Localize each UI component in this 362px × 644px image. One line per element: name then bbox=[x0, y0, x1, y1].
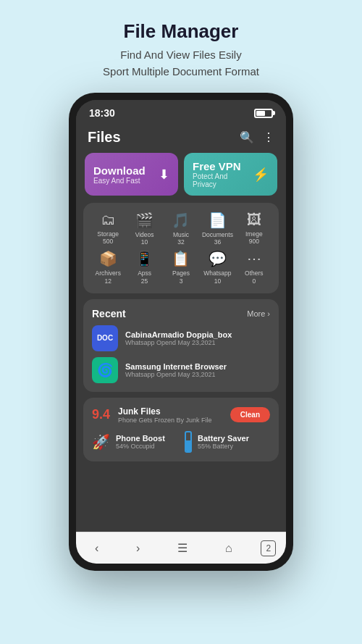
search-icon[interactable]: 🔍 bbox=[240, 130, 254, 144]
browser-thumbnail: 🌀 bbox=[92, 357, 118, 383]
recent-item-2-meta: Whatsapp Opend May 23,2021 bbox=[125, 371, 270, 378]
vpn-button[interactable]: Free VPN Potect And Privacy ⚡ bbox=[184, 153, 277, 196]
recent-item-2[interactable]: 🌀 Samsung Internet Browser Whatsapp Open… bbox=[92, 357, 270, 383]
battery-bar-fill bbox=[186, 440, 190, 451]
recent-item-1-meta: Whatsapp Opend May 23,2021 bbox=[125, 339, 270, 346]
category-pages[interactable]: 📋 Pages3 bbox=[165, 250, 197, 284]
vpn-text: Free VPN Potect And Privacy bbox=[193, 160, 253, 188]
more-options-icon[interactable]: ⋮ bbox=[263, 130, 274, 144]
category-archivers[interactable]: 📦 Archivers12 bbox=[92, 250, 124, 284]
utility-row: 🚀 Phone Boost 54% Occupid Battery Saver … bbox=[92, 431, 270, 453]
phone-screen: 18:30 Files 🔍 ⋮ Download Easy And Fast ⬇ bbox=[76, 100, 286, 564]
storage-icon: 🗂 bbox=[101, 212, 115, 228]
files-title: Files bbox=[88, 129, 121, 146]
home-button[interactable]: ⌂ bbox=[216, 539, 241, 558]
forward-button[interactable]: › bbox=[127, 539, 148, 558]
boost-info: Phone Boost 54% Occupid bbox=[116, 434, 177, 450]
music-icon: 🎵 bbox=[172, 212, 190, 229]
download-icon: ⬇ bbox=[159, 167, 169, 183]
back-button[interactable]: ‹ bbox=[86, 539, 107, 558]
boost-title: Phone Boost bbox=[116, 434, 177, 443]
vpn-icon: ⚡ bbox=[253, 167, 269, 183]
battery-bar bbox=[185, 431, 192, 453]
recent-title: Recent bbox=[92, 308, 126, 319]
category-documents[interactable]: 📄 Documents36 bbox=[201, 212, 233, 246]
utility-card: 9.4 Junk Files Phone Gets Frozen By Junk… bbox=[83, 398, 279, 461]
junk-title: Junk Files bbox=[118, 406, 224, 417]
home-icon: ⌂ bbox=[225, 542, 232, 555]
category-apps[interactable]: 📱 Apss25 bbox=[128, 250, 160, 284]
vpn-main-label: Free VPN bbox=[193, 160, 253, 172]
battery-indicator bbox=[254, 109, 273, 118]
category-storage[interactable]: 🗂 Storage500 bbox=[92, 212, 124, 246]
boost-sub: 54% Occupid bbox=[116, 443, 177, 450]
recent-header: Recent More › bbox=[92, 308, 270, 319]
battery-title: Battery Saver bbox=[198, 434, 270, 443]
recent-item-1[interactable]: DOC CabinaArmadio Doppia_box Whatsapp Op… bbox=[92, 325, 270, 351]
battery-info: Battery Saver 55% Battery bbox=[198, 434, 270, 450]
junk-info: Junk Files Phone Gets Frozen By Junk Fil… bbox=[118, 406, 224, 424]
tabs-button[interactable]: 2 bbox=[261, 540, 276, 556]
vpn-sub-label: Potect And Privacy bbox=[193, 172, 253, 188]
junk-score: 9.4 bbox=[92, 407, 112, 422]
phone-frame: 18:30 Files 🔍 ⋮ Download Easy And Fast ⬇ bbox=[69, 93, 293, 571]
download-main-label: Download bbox=[93, 164, 146, 177]
battery-sub: 55% Battery bbox=[198, 443, 270, 450]
status-time: 18:30 bbox=[89, 107, 115, 119]
files-app-header: Files 🔍 ⋮ bbox=[76, 123, 286, 153]
category-videos[interactable]: 🎬 Videos10 bbox=[128, 212, 160, 246]
nav-bar: ‹ › ☰ ⌂ 2 bbox=[76, 532, 286, 564]
back-icon: ‹ bbox=[95, 542, 98, 555]
screen-content: 🗂 Storage500 🎬 Videos10 🎵 Music32 📄 Docu… bbox=[76, 203, 286, 532]
file-grid: 🗂 Storage500 🎬 Videos10 🎵 Music32 📄 Docu… bbox=[92, 212, 270, 285]
archivers-icon: 📦 bbox=[99, 250, 117, 267]
doc-thumbnail: DOC bbox=[92, 325, 118, 351]
download-text: Download Easy And Fast bbox=[93, 164, 146, 185]
download-sub-label: Easy And Fast bbox=[93, 177, 146, 185]
battery-fill bbox=[256, 111, 265, 116]
images-icon: 🖼 bbox=[247, 212, 261, 228]
app-title: File Manager bbox=[103, 20, 259, 43]
more-link[interactable]: More › bbox=[247, 309, 270, 318]
recent-item-1-name: CabinaArmadio Doppia_box bbox=[125, 330, 270, 339]
whatsapp-icon: 💬 bbox=[209, 250, 227, 267]
category-music[interactable]: 🎵 Music32 bbox=[165, 212, 197, 246]
category-whatsapp[interactable]: 💬 Whatsapp10 bbox=[201, 250, 233, 284]
pages-icon: 📋 bbox=[172, 250, 190, 267]
junk-sub: Phone Gets Frozen By Junk File bbox=[118, 417, 224, 424]
junk-row: 9.4 Junk Files Phone Gets Frozen By Junk… bbox=[92, 406, 270, 424]
tabs-count: 2 bbox=[266, 543, 271, 553]
recent-card: Recent More › DOC CabinaArmadio Doppia_b… bbox=[83, 299, 279, 392]
download-button[interactable]: Download Easy And Fast ⬇ bbox=[85, 153, 178, 196]
app-header-text: File Manager Find And View Files Esily S… bbox=[88, 0, 274, 93]
recent-item-1-info: CabinaArmadio Doppia_box Whatsapp Opend … bbox=[125, 330, 270, 346]
recent-item-2-info: Samsung Internet Browser Whatsapp Opend … bbox=[125, 362, 270, 378]
status-bar: 18:30 bbox=[76, 100, 286, 123]
phone-boost-item[interactable]: 🚀 Phone Boost 54% Occupid bbox=[92, 431, 177, 453]
file-categories-card: 🗂 Storage500 🎬 Videos10 🎵 Music32 📄 Docu… bbox=[83, 203, 279, 293]
forward-icon: › bbox=[136, 542, 140, 555]
boost-icon: 🚀 bbox=[92, 433, 110, 451]
category-images[interactable]: 🖼 Imege900 bbox=[238, 212, 270, 246]
action-buttons: Download Easy And Fast ⬇ Free VPN Potect… bbox=[76, 153, 286, 203]
others-icon: ⋯ bbox=[247, 250, 261, 267]
recent-item-2-name: Samsung Internet Browser bbox=[125, 362, 270, 371]
battery-saver-item[interactable]: Battery Saver 55% Battery bbox=[185, 431, 270, 453]
header-icons: 🔍 ⋮ bbox=[240, 130, 274, 144]
menu-icon: ☰ bbox=[177, 541, 188, 555]
documents-icon: 📄 bbox=[209, 212, 227, 229]
menu-button[interactable]: ☰ bbox=[169, 538, 196, 558]
app-subtitle: Find And View Files Esily Sport Multiple… bbox=[103, 47, 259, 80]
apps-icon: 📱 bbox=[135, 250, 153, 267]
clean-button[interactable]: Clean bbox=[230, 407, 270, 422]
category-others[interactable]: ⋯ Others0 bbox=[238, 250, 270, 284]
videos-icon: 🎬 bbox=[135, 212, 153, 229]
